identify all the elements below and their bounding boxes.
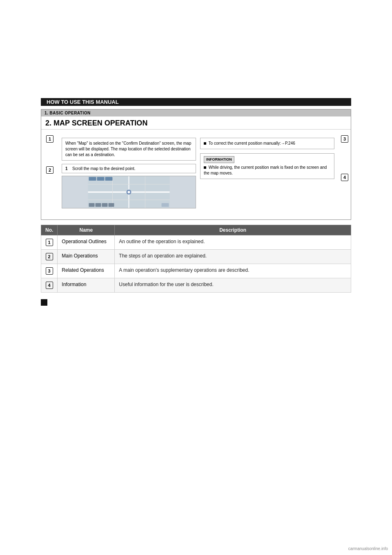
page: HOW TO USE THIS MANUAL 1. BASIC OPERATIO…	[0, 0, 392, 555]
diagram-content: When "Map" is selected on the "Confirm D…	[58, 134, 339, 213]
right-callout-text: To correct the current position manually…	[209, 141, 295, 145]
diagram-main-title: 2. MAP SCREEN OPERATION	[41, 116, 351, 130]
diagram-title-bar: 1. BASIC OPERATION	[41, 110, 351, 116]
diagram-left: When "Map" is selected on the "Confirm D…	[62, 138, 196, 208]
step-number: 1	[65, 166, 70, 171]
callout-box-1: When "Map" is selected on the "Confirm D…	[62, 138, 196, 161]
svg-rect-12	[89, 203, 95, 207]
diagram-num-2: 2	[46, 166, 53, 174]
callout-text-1: When "Map" is selected on the "Confirm D…	[65, 141, 191, 157]
row-1-no: 1	[41, 235, 58, 250]
row-4-name: Information	[58, 278, 115, 293]
row-3-no: 3	[41, 264, 58, 278]
svg-rect-13	[96, 203, 101, 207]
info-box: INFORMATION While driving, the current p…	[200, 153, 334, 179]
row-4-desc: Useful information for the user is descr…	[115, 278, 351, 293]
svg-rect-15	[109, 203, 114, 207]
svg-rect-14	[102, 203, 108, 207]
section-marker	[41, 299, 47, 306]
diagram-container: 1. BASIC OPERATION 2. MAP SCREEN OPERATI…	[41, 109, 351, 220]
info-label: INFORMATION	[204, 156, 234, 163]
map-svg	[62, 176, 196, 208]
diagram-num-3: 3	[341, 135, 348, 143]
row-4-no: 4	[41, 278, 58, 293]
row-3-name: Related Operations	[58, 264, 115, 278]
col-header-name: Name	[58, 225, 115, 235]
svg-rect-9	[89, 177, 96, 181]
table-row: 3 Related Operations A main operation's …	[41, 264, 351, 278]
step-text: Scroll the map to the desired point.	[72, 166, 136, 171]
section-indicator: HOW TO USE THIS MANUAL	[41, 98, 351, 106]
watermark: carmanualsonline.info	[348, 546, 388, 551]
callout-box-3: To correct the current position manually…	[200, 138, 334, 149]
row-1-desc: An outline of the operation is explained…	[115, 235, 351, 250]
table-row: 1 Operational Outlines An outline of the…	[41, 235, 351, 250]
info-table: No. Name Description 1 Operational Outli…	[41, 225, 351, 293]
table-header-row: No. Name Description	[41, 225, 351, 235]
content-area: HOW TO USE THIS MANUAL 1. BASIC OPERATIO…	[41, 8, 351, 306]
info-text: While driving, the current position mark…	[204, 165, 331, 176]
table-row: 2 Main Operations The steps of an operat…	[41, 250, 351, 264]
svg-point-8	[128, 191, 130, 193]
col-header-no: No.	[41, 225, 58, 235]
diagram-num-4: 4	[341, 174, 348, 181]
table-row: 4 Information Useful information for the…	[41, 278, 351, 293]
svg-rect-16	[162, 203, 169, 207]
row-3-desc: A main operation's supplementary operati…	[115, 264, 351, 278]
diagram-wrapper: 1 2 3 4	[41, 130, 351, 219]
svg-rect-10	[97, 177, 105, 181]
svg-rect-11	[105, 177, 113, 181]
row-2-no: 2	[41, 250, 58, 264]
step-box: 1 Scroll the map to the desired point.	[62, 164, 196, 173]
diagram-right: To correct the current position manually…	[200, 138, 334, 208]
fake-map	[62, 176, 196, 208]
info-bullet-text: While driving, the current position mark…	[204, 165, 327, 175]
col-header-desc: Description	[115, 225, 351, 235]
diagram-num-1: 1	[46, 135, 53, 143]
section-header-bar: HOW TO USE THIS MANUAL	[41, 98, 351, 106]
row-1-name: Operational Outlines	[58, 235, 115, 250]
row-2-desc: The steps of an operation are explained.	[115, 250, 351, 264]
row-2-name: Main Operations	[58, 250, 115, 264]
